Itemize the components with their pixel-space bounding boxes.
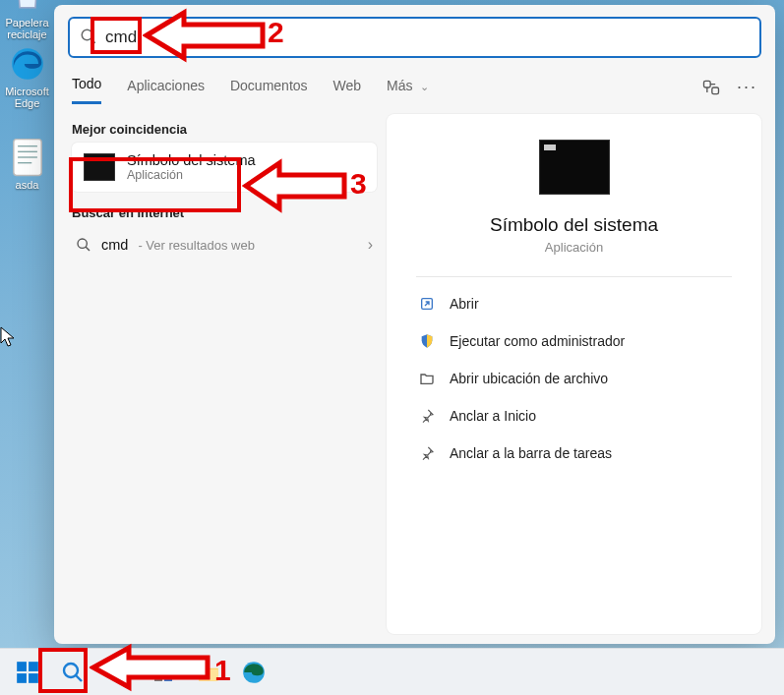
- action-label: Abrir ubicación de archivo: [450, 371, 608, 386]
- action-pin-start[interactable]: Anclar a Inicio: [416, 397, 732, 434]
- svg-rect-9: [712, 87, 719, 94]
- preview-title: Símbolo del sistema: [416, 214, 732, 236]
- recycle-bin-icon: [8, 0, 47, 15]
- taskbar: [0, 648, 784, 695]
- web-hint: - Ver resultados web: [138, 238, 255, 253]
- action-label: Anclar a Inicio: [450, 408, 536, 424]
- svg-rect-16: [29, 673, 38, 683]
- pin-icon: [418, 407, 436, 425]
- folder-icon: [418, 370, 436, 387]
- taskbar-search-button[interactable]: [53, 653, 92, 692]
- svg-rect-22: [164, 664, 172, 671]
- taskbar-edge[interactable]: [234, 653, 273, 692]
- desktop-icon-label: Papelera reciclaje: [0, 17, 54, 40]
- tab-web[interactable]: Web: [333, 72, 362, 103]
- svg-point-10: [78, 239, 87, 248]
- search-icon: [76, 237, 91, 253]
- action-pin-taskbar[interactable]: Anclar a la barra de tareas: [416, 434, 732, 472]
- file-explorer-icon: [196, 660, 221, 685]
- desktop-icon-label: Microsoft Edge: [0, 86, 54, 109]
- cmd-app-icon: [84, 153, 115, 181]
- chevron-down-icon: ⌄: [420, 81, 429, 92]
- best-match-title: Símbolo del sistema: [127, 152, 256, 168]
- search-box[interactable]: [68, 17, 761, 58]
- windows-icon: [15, 660, 40, 685]
- task-view-icon: [106, 661, 130, 684]
- search-internet-header: Buscar en Internet: [72, 205, 377, 220]
- action-run-admin[interactable]: Ejecutar como administrador: [416, 322, 732, 360]
- edge-icon: [8, 44, 47, 84]
- search-icon: [80, 28, 99, 47]
- action-label: Ejecutar como administrador: [450, 333, 625, 349]
- action-open[interactable]: Abrir: [416, 285, 732, 322]
- svg-line-7: [90, 38, 95, 43]
- tab-apps[interactable]: Aplicaciones: [127, 72, 205, 103]
- action-open-location[interactable]: Abrir ubicación de archivo: [416, 360, 732, 397]
- edge-icon: [241, 660, 267, 685]
- widgets-icon: [151, 661, 175, 684]
- web-result-row[interactable]: cmd - Ver resultados web ›: [72, 226, 377, 263]
- svg-rect-25: [199, 668, 218, 680]
- desktop-icon-recycle-bin[interactable]: Papelera reciclaje: [0, 0, 54, 40]
- best-match-header: Mejor coincidencia: [72, 122, 377, 137]
- quick-search-icon[interactable]: [701, 78, 721, 97]
- svg-point-17: [64, 664, 78, 677]
- start-button[interactable]: [8, 653, 47, 692]
- web-term: cmd: [101, 237, 128, 253]
- svg-rect-24: [164, 673, 172, 681]
- action-label: Abrir: [450, 296, 479, 312]
- taskbar-widgets[interactable]: [144, 653, 183, 692]
- svg-rect-15: [17, 673, 27, 683]
- taskbar-explorer[interactable]: [189, 653, 228, 692]
- best-match-result[interactable]: Símbolo del sistema Aplicación: [72, 143, 377, 192]
- tab-documents[interactable]: Documentos: [230, 72, 308, 103]
- taskbar-task-view[interactable]: [98, 653, 138, 692]
- tab-more[interactable]: Más ⌄: [387, 72, 429, 103]
- search-tabs: Todo Aplicaciones Documentos Web Más ⌄ ·…: [54, 68, 775, 104]
- tab-more-label: Más: [387, 78, 412, 93]
- svg-point-6: [82, 29, 92, 40]
- search-icon: [61, 661, 85, 684]
- preview-subtitle: Aplicación: [416, 240, 732, 255]
- cmd-app-icon: [539, 140, 610, 195]
- search-input[interactable]: [99, 28, 750, 47]
- svg-rect-21: [154, 664, 162, 671]
- svg-rect-20: [112, 667, 124, 675]
- text-file-icon: [8, 138, 47, 177]
- action-label: Anclar a la barra de tareas: [450, 445, 612, 461]
- best-match-subtitle: Aplicación: [127, 168, 256, 182]
- svg-line-18: [76, 675, 82, 681]
- mouse-cursor-icon: [0, 326, 16, 348]
- chevron-right-icon: ›: [368, 236, 373, 254]
- desktop-icon-textdoc[interactable]: asda: [0, 138, 54, 191]
- svg-rect-23: [154, 673, 162, 681]
- svg-rect-8: [703, 81, 710, 87]
- result-preview-pane: Símbolo del sistema Aplicación Abrir Eje…: [387, 114, 761, 634]
- svg-rect-13: [17, 662, 27, 671]
- desktop-icon-label: asda: [0, 179, 54, 191]
- svg-line-11: [86, 247, 90, 251]
- svg-rect-14: [29, 662, 38, 671]
- open-external-icon: [418, 295, 436, 313]
- search-flyout: Todo Aplicaciones Documentos Web Más ⌄ ·…: [54, 5, 775, 644]
- desktop-icon-edge[interactable]: Microsoft Edge: [0, 44, 54, 109]
- tab-all[interactable]: Todo: [72, 70, 101, 104]
- divider: [416, 276, 732, 277]
- more-options-icon[interactable]: ···: [737, 77, 757, 97]
- shield-icon: [418, 332, 436, 350]
- pin-icon: [418, 444, 436, 462]
